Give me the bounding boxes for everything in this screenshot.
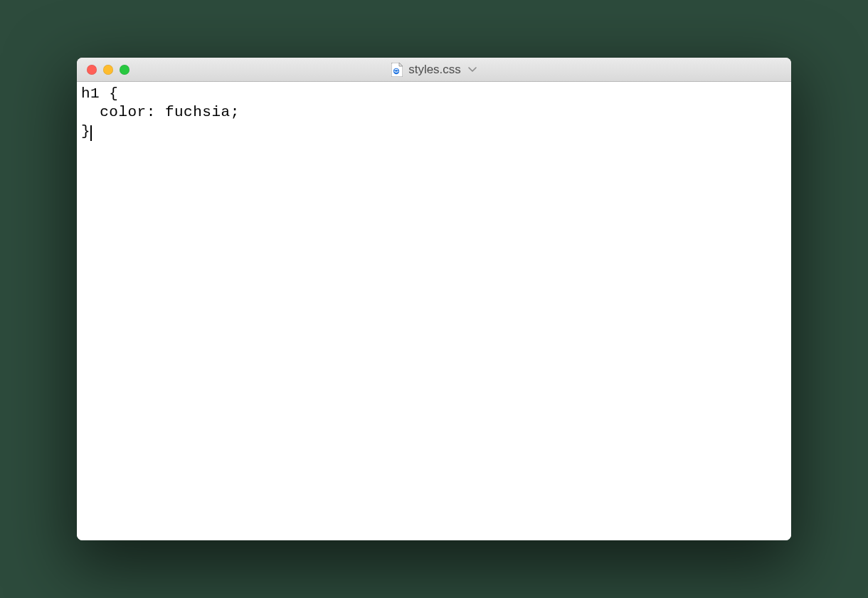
- text-cursor: [90, 125, 92, 141]
- traffic-lights: [77, 65, 129, 75]
- text-editor-area[interactable]: h1 { color: fuchsia; }: [77, 82, 791, 540]
- minimize-button[interactable]: [103, 65, 113, 75]
- code-line: color: fuchsia;: [81, 104, 240, 120]
- zoom-button[interactable]: [120, 65, 129, 75]
- editor-window: styles.css h1 { color: fuchsia; }: [77, 58, 791, 540]
- close-button[interactable]: [87, 65, 97, 75]
- chevron-down-icon[interactable]: [468, 64, 477, 75]
- window-titlebar[interactable]: styles.css: [77, 58, 791, 82]
- css-file-icon: [391, 63, 403, 77]
- window-title: styles.css: [408, 63, 461, 77]
- code-line: }: [81, 123, 90, 140]
- window-title-area[interactable]: styles.css: [77, 63, 791, 77]
- code-line: h1 {: [81, 85, 118, 102]
